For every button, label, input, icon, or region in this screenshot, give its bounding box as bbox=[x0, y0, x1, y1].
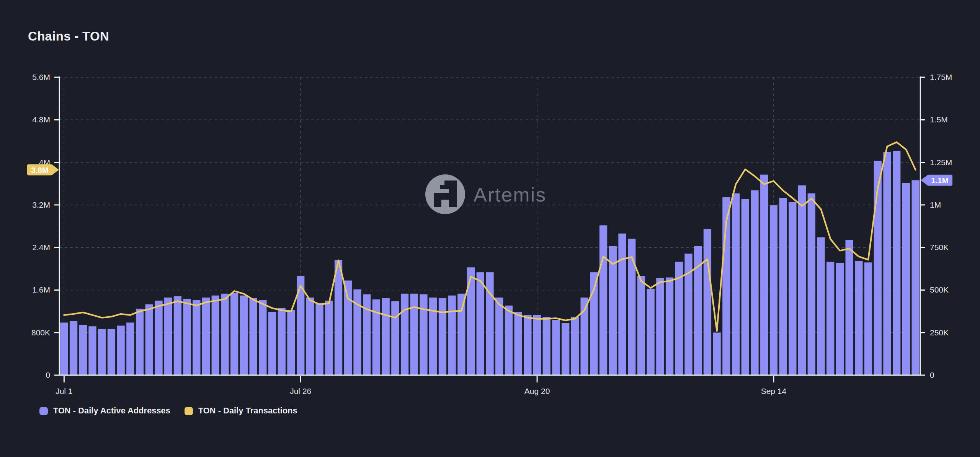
bar[interactable] bbox=[732, 194, 740, 375]
bar[interactable] bbox=[609, 246, 617, 375]
chart-legend: TON - Daily Active Addresses TON - Daily… bbox=[39, 406, 297, 416]
bar[interactable] bbox=[335, 260, 342, 375]
bar[interactable] bbox=[164, 298, 172, 375]
bar[interactable] bbox=[268, 312, 276, 375]
svg-text:0: 0 bbox=[930, 371, 934, 379]
svg-text:Artemis: Artemis bbox=[474, 184, 546, 206]
svg-text:1.25M: 1.25M bbox=[930, 158, 952, 167]
bar[interactable] bbox=[543, 317, 550, 375]
bar[interactable] bbox=[410, 294, 418, 375]
legend-item-transactions[interactable]: TON - Daily Transactions bbox=[185, 406, 297, 416]
bar[interactable] bbox=[287, 310, 295, 375]
bar[interactable] bbox=[742, 199, 749, 375]
bar[interactable] bbox=[315, 303, 323, 375]
bar[interactable] bbox=[911, 180, 919, 375]
svg-text:Aug 20: Aug 20 bbox=[524, 387, 550, 395]
bar[interactable] bbox=[117, 325, 124, 375]
bar[interactable] bbox=[325, 301, 333, 375]
bar[interactable] bbox=[183, 299, 191, 375]
bar[interactable] bbox=[221, 294, 229, 375]
bar[interactable] bbox=[70, 321, 77, 375]
bar[interactable] bbox=[363, 294, 371, 375]
bar[interactable] bbox=[202, 298, 210, 375]
bar[interactable] bbox=[713, 333, 720, 375]
svg-text:0: 0 bbox=[46, 371, 50, 379]
bar[interactable] bbox=[666, 277, 673, 375]
svg-text:Sep 14: Sep 14 bbox=[761, 387, 787, 395]
bar[interactable] bbox=[836, 263, 844, 375]
bar[interactable] bbox=[524, 315, 531, 375]
bar[interactable] bbox=[647, 289, 654, 375]
bar[interactable] bbox=[656, 278, 664, 375]
svg-text:Jul 1: Jul 1 bbox=[56, 387, 72, 395]
svg-text:3.2M: 3.2M bbox=[32, 200, 50, 209]
bar[interactable] bbox=[855, 261, 862, 375]
bar[interactable] bbox=[552, 320, 560, 375]
bar[interactable] bbox=[249, 298, 257, 375]
bar[interactable] bbox=[817, 237, 825, 375]
bar[interactable] bbox=[893, 151, 900, 375]
svg-text:3.8M: 3.8M bbox=[31, 166, 49, 174]
bar[interactable] bbox=[514, 312, 522, 375]
bar[interactable] bbox=[174, 296, 181, 375]
bar[interactable] bbox=[826, 262, 834, 375]
chart-canvas[interactable]: Artemis0800K1.6M2.4M3.2M4M4.8M5.6M0250K5… bbox=[0, 0, 980, 457]
legend-item-active-addresses[interactable]: TON - Daily Active Addresses bbox=[39, 406, 170, 416]
bar[interactable] bbox=[533, 315, 541, 375]
bar[interactable] bbox=[779, 198, 787, 375]
bar[interactable] bbox=[495, 298, 503, 375]
bar[interactable] bbox=[562, 323, 569, 375]
bar[interactable] bbox=[230, 293, 238, 375]
bar[interactable] bbox=[108, 329, 115, 375]
bar[interactable] bbox=[155, 301, 162, 375]
bar[interactable] bbox=[637, 276, 645, 375]
bar[interactable] bbox=[126, 322, 134, 375]
bar[interactable] bbox=[770, 205, 777, 375]
svg-text:250K: 250K bbox=[930, 328, 949, 337]
bar[interactable] bbox=[486, 272, 493, 375]
bar[interactable] bbox=[212, 296, 219, 375]
x-axis: Jul 1Jul 26Aug 20Sep 14 bbox=[56, 376, 786, 395]
bar[interactable] bbox=[902, 183, 910, 375]
svg-text:2.4M: 2.4M bbox=[32, 243, 50, 252]
bar[interactable] bbox=[618, 234, 626, 375]
bar[interactable] bbox=[883, 152, 891, 375]
bar[interactable] bbox=[259, 300, 266, 375]
bar[interactable] bbox=[240, 296, 248, 375]
bar[interactable] bbox=[306, 298, 314, 375]
bar[interactable] bbox=[136, 309, 144, 375]
bar[interactable] bbox=[439, 298, 446, 375]
bar[interactable] bbox=[60, 322, 68, 375]
bar[interactable] bbox=[401, 294, 408, 375]
bar[interactable] bbox=[704, 229, 711, 375]
bar[interactable] bbox=[420, 294, 427, 375]
bar[interactable] bbox=[505, 306, 513, 375]
bar[interactable] bbox=[808, 194, 815, 375]
bar[interactable] bbox=[79, 325, 87, 375]
bar[interactable] bbox=[571, 317, 579, 375]
bar[interactable] bbox=[88, 326, 96, 375]
bar[interactable] bbox=[751, 190, 758, 375]
bar[interactable] bbox=[760, 175, 768, 375]
bar[interactable] bbox=[429, 298, 437, 375]
svg-text:1.1M: 1.1M bbox=[931, 176, 949, 185]
bar[interactable] bbox=[789, 202, 796, 375]
active-addresses-swatch-icon bbox=[39, 407, 48, 415]
bar[interactable] bbox=[448, 296, 456, 375]
bar[interactable] bbox=[391, 301, 399, 375]
bar[interactable] bbox=[344, 281, 352, 375]
bar[interactable] bbox=[599, 225, 607, 375]
legend-label: TON - Daily Active Addresses bbox=[53, 406, 170, 416]
bar[interactable] bbox=[864, 262, 872, 375]
y-axis-left: 0800K1.6M2.4M3.2M4M4.8M5.6M bbox=[31, 73, 59, 379]
transactions-swatch-icon bbox=[185, 407, 193, 415]
bar[interactable] bbox=[193, 300, 200, 375]
bar[interactable] bbox=[145, 304, 153, 375]
bar[interactable] bbox=[845, 240, 853, 375]
bar[interactable] bbox=[98, 329, 106, 375]
bar[interactable] bbox=[382, 298, 389, 375]
bar[interactable] bbox=[798, 185, 806, 375]
bar[interactable] bbox=[477, 272, 484, 375]
bar[interactable] bbox=[457, 294, 465, 375]
bar[interactable] bbox=[278, 308, 286, 375]
